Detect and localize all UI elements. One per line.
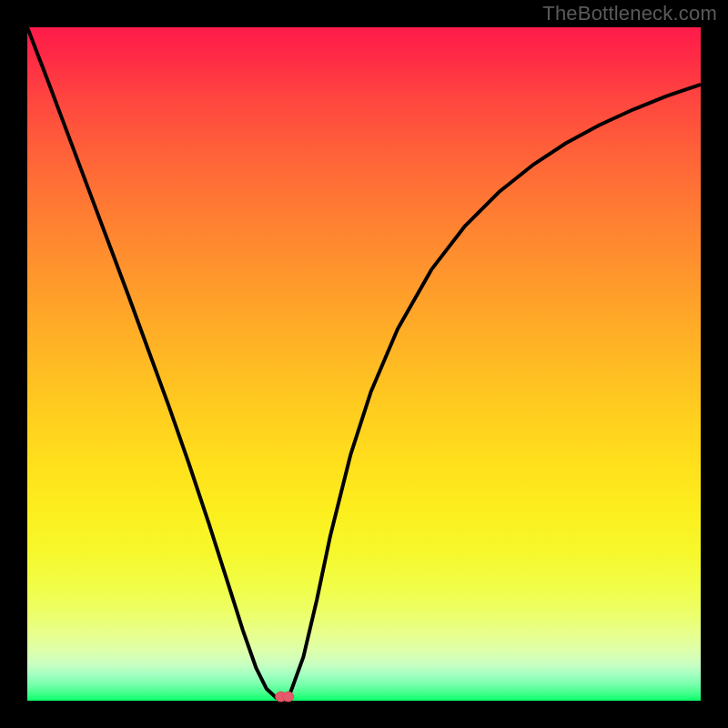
chart-svg — [27, 27, 701, 701]
chart-plot-area — [27, 27, 701, 701]
chart-marker — [276, 692, 294, 702]
svg-point-1 — [283, 692, 294, 702]
watermark-text: TheBottleneck.com — [542, 2, 717, 25]
chart-curve — [27, 27, 701, 700]
